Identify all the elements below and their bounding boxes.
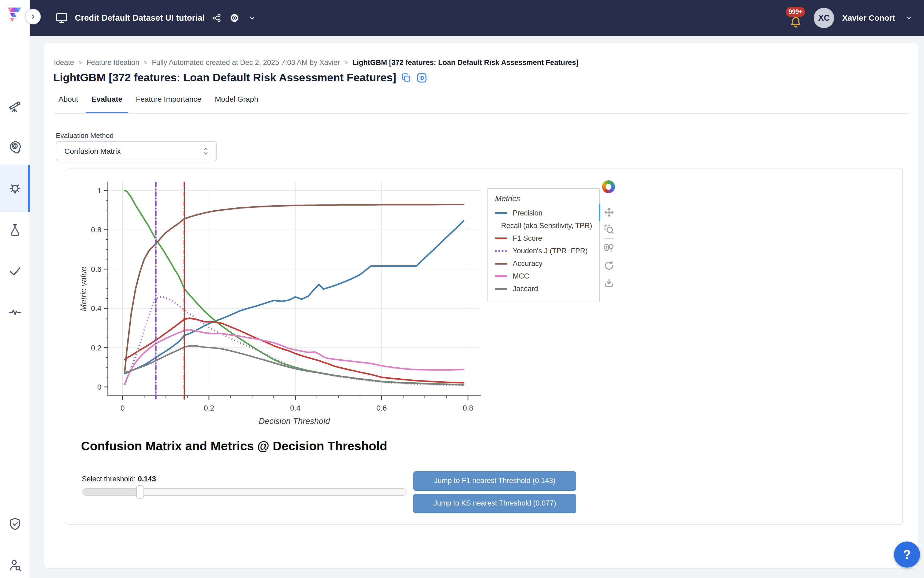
legend-label: F1 Score xyxy=(513,234,542,243)
sidebar-item-flask[interactable] xyxy=(6,222,24,239)
breadcrumb: Ideate>Feature Ideation>Fully Automated … xyxy=(54,58,579,67)
toolbar-divider xyxy=(604,238,614,239)
chevron-right-icon xyxy=(29,13,37,21)
page-title: LightGBM [372 features: Loan Default Ris… xyxy=(53,71,396,84)
pan-icon xyxy=(604,207,614,218)
legend-title: Metrics xyxy=(495,194,592,203)
user-avatar[interactable]: XC xyxy=(814,8,834,28)
shield-check-icon xyxy=(8,517,22,531)
select-chevrons-icon xyxy=(202,146,210,156)
brain-gear-icon xyxy=(8,140,22,154)
legend-label: Precision xyxy=(513,209,543,218)
user-name: Xavier Conort xyxy=(842,13,895,23)
slider-fill xyxy=(82,489,140,495)
svg-text:Decision Threshold: Decision Threshold xyxy=(259,416,330,426)
sidebar-item-shield-check[interactable] xyxy=(6,515,24,533)
svg-text:1: 1 xyxy=(97,187,101,195)
download-icon xyxy=(604,278,614,288)
featurebyte-logo[interactable] xyxy=(6,5,24,25)
svg-text:0.4: 0.4 xyxy=(290,404,300,412)
legend-item[interactable]: Precision xyxy=(495,207,592,219)
pan-tool-button[interactable] xyxy=(603,206,615,218)
tab-about[interactable]: About xyxy=(53,92,84,114)
threshold-slider[interactable] xyxy=(82,485,407,498)
svg-text:0.4: 0.4 xyxy=(91,304,101,313)
reset-tool-button[interactable] xyxy=(603,260,615,271)
sidebar-item-brain-gear[interactable] xyxy=(6,139,24,156)
sidebar-item-lightbulb[interactable] xyxy=(6,180,24,198)
copy-id-button[interactable]: ID xyxy=(416,72,427,83)
gear-icon xyxy=(229,13,240,23)
svg-text:0.8: 0.8 xyxy=(463,404,473,412)
breadcrumb-item[interactable]: Ideate xyxy=(54,58,74,67)
jump-f1-threshold-button[interactable]: Jump to F1 nearest Threshold (0.143) xyxy=(413,471,576,491)
sidebar-expand-button[interactable] xyxy=(25,9,41,24)
lightbulb-icon xyxy=(8,182,22,196)
legend-item[interactable]: Jaccard xyxy=(495,283,592,295)
copy-name-button[interactable] xyxy=(401,73,411,83)
toolbar-divider xyxy=(604,257,614,257)
left-sidebar xyxy=(0,0,30,578)
save-tool-button[interactable] xyxy=(603,277,615,289)
bell-icon xyxy=(789,16,802,28)
legend-label: Accuracy xyxy=(513,260,543,268)
legend-swatch xyxy=(495,237,507,239)
reset-icon xyxy=(604,260,614,271)
svg-text:0.6: 0.6 xyxy=(376,404,387,412)
legend-label: MCC xyxy=(513,272,529,281)
flask-icon xyxy=(8,223,22,237)
project-menu-button[interactable] xyxy=(246,12,258,24)
evaluation-method-label: Evaluation Method xyxy=(56,132,113,140)
breadcrumb-item[interactable]: Fully Automated created at Dec 2, 2025 7… xyxy=(152,58,340,67)
legend-label: Jaccard xyxy=(513,285,538,293)
sidebar-item-telescope[interactable] xyxy=(6,98,24,115)
slider-thumb[interactable] xyxy=(136,485,144,498)
svg-text:Metric value: Metric value xyxy=(79,266,88,311)
svg-text:0.6: 0.6 xyxy=(91,265,101,273)
tab-model-graph[interactable]: Model Graph xyxy=(209,92,264,114)
help-button[interactable]: ? xyxy=(894,542,920,568)
evaluation-method-select[interactable]: Confusion Matrix xyxy=(56,141,217,161)
notifications-button[interactable]: 999+ xyxy=(788,6,807,30)
breadcrumb-item[interactable]: Feature Ideation xyxy=(87,58,139,67)
tab-divider xyxy=(53,113,908,114)
id-badge-icon: ID xyxy=(416,72,427,83)
legend-item[interactable]: Accuracy xyxy=(495,257,592,270)
legend-swatch xyxy=(495,263,507,265)
check-icon xyxy=(8,264,22,278)
svg-text:0: 0 xyxy=(120,404,125,412)
telescope-icon xyxy=(8,99,22,114)
bokeh-logo-icon[interactable] xyxy=(602,180,615,193)
svg-text:0.8: 0.8 xyxy=(91,226,101,234)
legend-item[interactable]: Youden's J (TPR−FPR) xyxy=(495,245,592,257)
svg-text:0.2: 0.2 xyxy=(91,344,101,352)
box-zoom-tool-button[interactable] xyxy=(603,223,615,235)
share-button[interactable] xyxy=(211,12,222,24)
legend-item[interactable]: F1 Score xyxy=(495,232,592,245)
user-search-icon xyxy=(8,558,22,572)
copy-icon xyxy=(401,73,411,83)
jump-ks-threshold-button[interactable]: Jump to KS nearest Threshold (0.077) xyxy=(413,494,576,513)
chevron-down-icon xyxy=(247,13,258,23)
breadcrumb-item: LightGBM [372 features: Loan Default Ris… xyxy=(352,58,578,67)
sidebar-item-pulse[interactable] xyxy=(6,304,24,321)
sidebar-item-user-search[interactable] xyxy=(6,557,24,574)
settings-button[interactable] xyxy=(229,12,240,24)
wheel-zoom-icon xyxy=(604,242,614,253)
svg-text:0: 0 xyxy=(97,383,101,391)
tab-feature-importance[interactable]: Feature Importance xyxy=(130,92,207,114)
breadcrumb-separator: > xyxy=(144,59,148,67)
legend-item[interactable]: Recall (aka Sensitivity, TPR) xyxy=(495,219,592,232)
legend-item[interactable]: MCC xyxy=(495,270,592,283)
select-threshold-value: 0.143 xyxy=(138,475,156,483)
legend-swatch xyxy=(495,250,507,252)
metrics-line-chart[interactable]: 00.20.40.60.8100.20.40.60.8Metric valueD… xyxy=(78,177,483,427)
user-menu-chevron-icon[interactable] xyxy=(905,14,913,22)
tab-evaluate[interactable]: Evaluate xyxy=(86,92,128,114)
breadcrumb-separator: > xyxy=(344,59,348,67)
sidebar-item-check[interactable] xyxy=(6,263,24,279)
wheel-zoom-tool-button[interactable] xyxy=(603,242,615,253)
legend-label: Youden's J (TPR−FPR) xyxy=(513,247,588,255)
evaluation-method-value: Confusion Matrix xyxy=(65,147,202,156)
svg-text:ID: ID xyxy=(419,75,424,81)
